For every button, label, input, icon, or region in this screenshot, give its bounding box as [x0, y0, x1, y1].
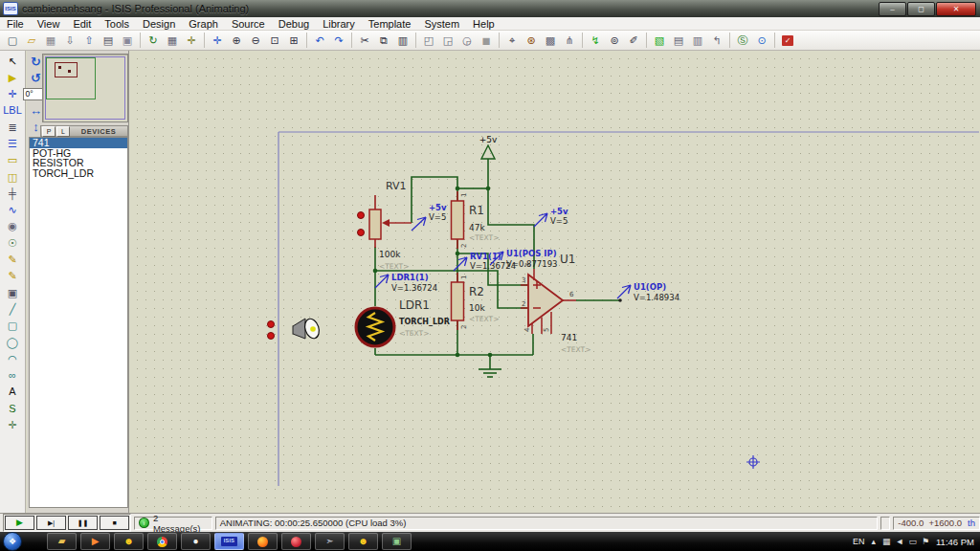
current-probe-mode-icon[interactable]: ✎ [3, 269, 22, 284]
probe-rv1-top[interactable]: +5v V=5 [412, 203, 447, 231]
mark-output-area-icon[interactable]: ▣ [118, 31, 137, 50]
toolbar-button[interactable] [204, 33, 205, 48]
taskbar-notifier-icon[interactable]: ▣ [382, 533, 412, 550]
block-delete-icon[interactable]: ◼ [477, 31, 496, 50]
message-status[interactable]: i 2 Message(s) [134, 517, 212, 530]
component-rv1-pot[interactable]: RV1 100k <TEXT> [358, 180, 412, 271]
taskbar-red-app-icon[interactable] [281, 533, 311, 550]
taskbar-messenger-icon[interactable]: ☻ [114, 533, 144, 550]
pick-devices-button[interactable]: P [42, 126, 56, 137]
path-tool-icon[interactable]: ∞ [3, 368, 22, 384]
device-pins-mode-icon[interactable]: ╪ [3, 186, 22, 201]
language-indicator[interactable]: EN [853, 537, 865, 546]
component-mode-icon[interactable]: ▶ [3, 70, 22, 85]
zoom-in-icon[interactable]: ⊕ [227, 31, 246, 50]
taskbar-chrome-icon[interactable] [147, 533, 177, 550]
search-tag-icon[interactable]: ⊚ [605, 31, 624, 50]
erc-icon[interactable]: ✓ [778, 31, 797, 50]
taskbar-cat-icon[interactable]: ● [181, 533, 211, 550]
zoom-all-icon[interactable]: ⊞ [284, 31, 303, 50]
pause-button[interactable]: ❚❚ [68, 516, 98, 530]
component-ldr1[interactable]: LDR1 TORCH_LDR <TEXT> [356, 298, 450, 346]
bill-of-materials-icon[interactable]: Ⓢ [733, 31, 752, 50]
remove-sheet-icon[interactable]: ▥ [688, 31, 707, 50]
zoom-area-icon[interactable]: ⊡ [265, 31, 284, 50]
menu-item[interactable]: System [417, 18, 466, 30]
line-tool-icon[interactable]: ╱ [3, 301, 22, 317]
toggle-grid-icon[interactable]: ▦ [163, 31, 182, 50]
menu-item[interactable]: Edit [66, 18, 98, 30]
menu-item[interactable]: File [0, 18, 31, 30]
mirror-horizontal-icon[interactable]: ↔ [30, 104, 42, 117]
tray-flag-icon[interactable]: ⚑ [922, 537, 929, 546]
tray-update-icon[interactable]: ▦ [882, 537, 891, 546]
start-button[interactable]: ❖ [3, 532, 22, 551]
graph-mode-icon[interactable]: ∿ [3, 203, 22, 218]
make-device-icon[interactable]: ⊛ [522, 31, 541, 50]
menu-item[interactable]: Design [136, 18, 182, 30]
toolbar-button[interactable] [140, 33, 141, 48]
junction-dot-mode-icon[interactable]: ✛ [3, 87, 22, 102]
taskbar-folder-icon[interactable]: ▰ [47, 533, 77, 550]
taskbar-media-player-icon[interactable]: ▶ [80, 533, 110, 550]
block-move-icon[interactable]: ◲ [438, 31, 457, 50]
toolbar-button[interactable] [646, 33, 647, 48]
device-list-item[interactable]: 741 [30, 138, 127, 148]
show-hidden-icons[interactable]: ▴ [871, 537, 876, 546]
wire-label-mode-icon[interactable]: LBL [3, 103, 22, 119]
undo-icon[interactable]: ↶ [310, 31, 329, 50]
packaging-tool-icon[interactable]: ▩ [541, 31, 560, 50]
library-manager-button[interactable]: L [56, 126, 70, 137]
schematic-overview[interactable] [42, 54, 128, 122]
zoom-out-icon[interactable]: ⊖ [246, 31, 265, 50]
device-list-item[interactable]: TORCH_LDR [30, 168, 127, 179]
paste-icon[interactable]: ▥ [393, 31, 412, 50]
rv1-decrease-button[interactable] [358, 230, 365, 236]
taskbar-isis-icon[interactable]: ISIS [214, 533, 244, 550]
close-button[interactable]: ✕ [936, 2, 976, 16]
cut-icon[interactable]: ✂ [355, 31, 374, 50]
schematic-canvas[interactable]: +5v RV1 100k <TEXT> [129, 51, 980, 513]
mirror-vertical-icon[interactable]: ↕ [33, 121, 39, 133]
text-tool-icon[interactable]: A [3, 385, 22, 400]
subcircuit-mode-icon[interactable]: ▭ [3, 153, 22, 168]
toolbar-button[interactable] [582, 33, 583, 48]
toolbar-button[interactable] [499, 33, 500, 48]
menu-item[interactable]: Template [362, 18, 418, 30]
torch-actuator[interactable] [268, 317, 322, 340]
taskbar-clock[interactable]: 11:46 PM [936, 537, 974, 547]
export-section-icon[interactable]: ⇧ [79, 31, 99, 50]
probe-u1-vcc[interactable]: +5v V=5 [534, 207, 568, 227]
open-folder-icon[interactable]: ▱ [22, 31, 41, 50]
pan-icon[interactable]: ✛ [208, 31, 227, 50]
property-assignment-icon[interactable]: ✐ [624, 31, 643, 50]
menu-item[interactable]: Source [225, 18, 272, 30]
terminals-mode-icon[interactable]: ◫ [3, 169, 22, 185]
taskbar-tool-icon[interactable]: ➣ [315, 533, 345, 550]
block-copy-icon[interactable]: ◰ [419, 31, 438, 50]
maximize-button[interactable]: ◻ [907, 2, 935, 16]
device-list-item[interactable]: RESISTOR [30, 158, 127, 168]
save-file-icon[interactable]: ▦ [41, 31, 60, 50]
probe-u1-op[interactable]: U1(OP) V=1.48934 [617, 282, 679, 302]
play-button[interactable]: ▶ [5, 516, 34, 530]
menu-item[interactable]: Library [316, 18, 362, 30]
ground-symbol[interactable] [479, 355, 501, 377]
menu-item[interactable]: Tools [98, 18, 136, 30]
print-icon[interactable]: ▤ [99, 31, 118, 50]
voltage-probe-mode-icon[interactable]: ✎ [3, 253, 22, 268]
rv1-increase-button[interactable] [358, 212, 365, 219]
new-sheet-icon[interactable]: ▤ [669, 31, 688, 50]
new-file-icon[interactable]: ▢ [3, 31, 22, 50]
false-origin-icon[interactable]: ✛ [182, 31, 201, 50]
box-tool-icon[interactable]: ▢ [3, 319, 22, 334]
buses-mode-icon[interactable]: ☰ [3, 136, 22, 151]
menu-item[interactable]: Graph [182, 18, 225, 30]
probe-ldr1-1[interactable]: LDR1(1) V=1.36724 [375, 273, 437, 293]
marker-tool-icon[interactable]: ✛ [3, 418, 22, 433]
text-script-mode-icon[interactable]: ≣ [3, 120, 22, 135]
redraw-icon[interactable]: ↻ [144, 31, 163, 50]
goto-sheet-icon[interactable]: ↰ [707, 31, 726, 50]
menu-item[interactable]: View [31, 18, 67, 30]
power-terminal[interactable]: +5v [479, 135, 498, 159]
